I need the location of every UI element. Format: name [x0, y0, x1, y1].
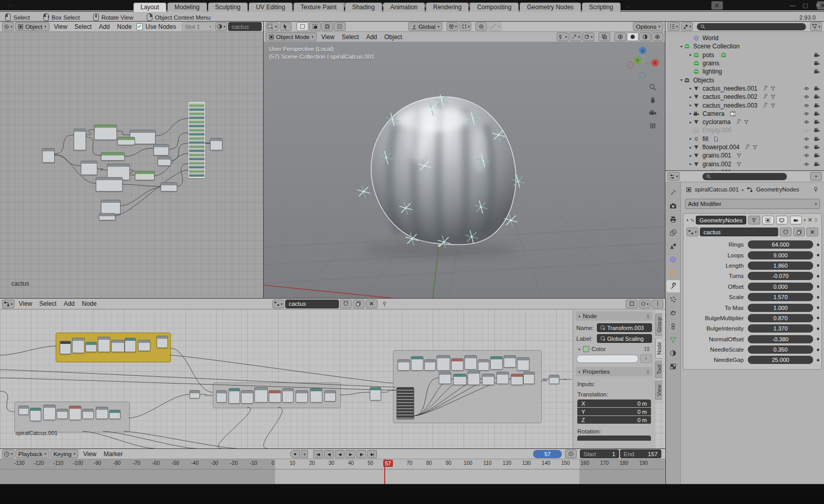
node-name-field[interactable]: Transform.003 [597, 323, 652, 332]
geo-menu-add[interactable]: Add [60, 300, 78, 307]
shader-node[interactable] [94, 125, 117, 140]
shader-node[interactable] [42, 148, 55, 163]
play-button[interactable]: ▶ [346, 450, 355, 458]
param-value-slider[interactable]: 1.000 [748, 304, 813, 312]
animate-property-dot[interactable] [817, 338, 819, 340]
eye-visible-icon[interactable] [803, 136, 810, 142]
navigation-gizmo[interactable]: Z X Y [627, 47, 659, 78]
properties-tab-render[interactable] [666, 200, 680, 212]
expand-icon[interactable]: ▸ [688, 86, 693, 91]
shader-node[interactable] [210, 138, 222, 150]
outliner-search-input[interactable] [697, 23, 806, 30]
outliner-filter-button[interactable]: ▾ [810, 22, 822, 31]
properties-editor-type-icon[interactable]: ▾ [667, 172, 680, 181]
geo-node[interactable] [468, 371, 480, 385]
disable-in-renders-icon[interactable] [814, 60, 820, 66]
shader-node[interactable] [153, 144, 169, 155]
shader-node[interactable] [81, 161, 97, 175]
jump-to-end-button[interactable]: ▶| [367, 450, 377, 458]
outliner-row-cyclorama[interactable]: ▸cyclorama [665, 118, 824, 126]
options-dropdown[interactable]: Options▾ [633, 22, 663, 31]
expand-icon[interactable]: ▸ [688, 153, 693, 158]
use-nodes-checkbox[interactable]: ✓ [136, 23, 143, 30]
keying-dropdown[interactable]: Keying▾ [50, 449, 79, 458]
geo-node[interactable] [451, 358, 464, 371]
outliner-row-flowerpot-004[interactable]: ▸flowerpot.004 [665, 143, 824, 151]
geo-node[interactable] [504, 355, 516, 368]
shading-wireframe-button[interactable] [614, 32, 626, 41]
outliner-row-empty-005[interactable]: Empty.005 [665, 126, 824, 134]
geo-overlays-dropdown[interactable]: ▾ [639, 300, 650, 308]
tree-pin-icon[interactable] [382, 301, 387, 307]
workspace-tab-layout[interactable]: Layout [133, 3, 166, 12]
copy-node-group-button[interactable] [793, 228, 805, 236]
animate-property-dot[interactable] [817, 296, 819, 299]
modifier-edit-mode-toggle[interactable] [748, 216, 760, 224]
previous-keyframe-button[interactable]: ◀| [324, 450, 334, 458]
param-value-slider[interactable]: 25.000 [748, 356, 813, 364]
properties-tab-view-layer[interactable] [666, 227, 680, 239]
outliner-row-grains[interactable]: grains [665, 59, 824, 67]
workspace-tab-sculpting[interactable]: Sculpting [208, 3, 248, 12]
window-minimize-button[interactable]: — [789, 2, 795, 8]
shader-menu-add[interactable]: Add [95, 23, 113, 30]
outliner-row-cactus-needles-001[interactable]: ▸cactus_needles.001 [665, 84, 824, 93]
disable-in-renders-icon[interactable] [814, 94, 820, 100]
shader-node-canvas[interactable] [0, 32, 264, 299]
cactus-object[interactable] [357, 94, 524, 248]
current-frame-field[interactable]: 57 [533, 450, 562, 458]
modifier-drag-handle[interactable]: ⠿ [814, 218, 818, 223]
geo-node[interactable] [109, 410, 121, 419]
modifier-render-toggle[interactable] [790, 216, 802, 224]
geo-node[interactable] [72, 338, 84, 353]
node-group-browse-button[interactable]: ▾ [686, 228, 698, 236]
workspace-tab-geometry-nodes[interactable]: Geometry Nodes [520, 3, 581, 12]
active-camera-badge-icon[interactable] [730, 111, 737, 117]
shader-node[interactable] [135, 171, 154, 180]
outliner-row-pots[interactable]: ▸pots [665, 51, 824, 59]
properties-tab-world[interactable] [666, 253, 680, 266]
properties-tab-particles[interactable] [666, 293, 680, 306]
geo-node[interactable] [397, 387, 414, 419]
modifier-realtime-toggle[interactable] [762, 216, 774, 224]
viewport-scene[interactable]: Z X Y User Perspective (Local) (57) Scen… [264, 42, 665, 299]
param-value-slider[interactable]: -0.070 [748, 272, 813, 280]
disable-in-renders-icon[interactable] [814, 68, 820, 75]
outliner-row-fill[interactable]: ▸fill [665, 135, 824, 143]
param-value-slider[interactable]: 1.370 [748, 324, 813, 333]
expand-icon[interactable]: ▸ [688, 53, 693, 57]
node-group-name-field[interactable]: cactus [700, 228, 778, 236]
outliner-row-scene-collection[interactable]: ▾Scene Collection [665, 42, 824, 50]
geo-node[interactable] [69, 406, 81, 420]
properties-tab-material[interactable] [666, 347, 680, 359]
param-value-slider[interactable]: 1.570 [748, 293, 813, 301]
geo-editor-type-icon[interactable]: ▾ [2, 300, 14, 308]
workspace-tab-compositing[interactable]: Compositing [470, 3, 519, 12]
param-value-slider[interactable]: 0.870 [748, 314, 813, 322]
expand-icon[interactable]: ▸ [688, 145, 693, 150]
disable-in-renders-icon[interactable] [814, 136, 820, 142]
shader-node[interactable] [161, 182, 177, 192]
next-keyframe-button[interactable]: |▶ [356, 450, 366, 458]
geo-node[interactable] [157, 336, 168, 348]
expand-icon[interactable]: ▾ [679, 44, 684, 49]
geo-node[interactable] [424, 359, 436, 371]
geo-node[interactable] [125, 338, 136, 352]
unlink-node-group-button[interactable]: ✕ [806, 228, 818, 236]
select-mode-circle-button[interactable] [321, 22, 333, 31]
geo-node[interactable] [30, 408, 41, 421]
expand-icon[interactable]: ▸ [688, 95, 693, 99]
expand-icon[interactable]: ▸ [688, 120, 693, 125]
disable-in-renders-icon[interactable] [814, 144, 820, 150]
modifier-expand-icon[interactable]: ▾ [686, 218, 689, 222]
transform-orientation-dropdown[interactable]: Global▾ [408, 22, 443, 31]
expand-icon[interactable]: ▾ [679, 78, 684, 82]
shader-node[interactable] [188, 102, 205, 178]
eye-visible-icon[interactable] [803, 119, 810, 125]
select-mode-lasso-button[interactable] [334, 22, 346, 31]
eye-visible-icon[interactable] [803, 111, 810, 117]
gizmos-dropdown[interactable]: ▾ [570, 32, 581, 41]
disable-in-renders-icon[interactable] [814, 85, 820, 92]
window-maximize-button[interactable]: ▢ [802, 2, 808, 9]
geo-node[interactable] [82, 409, 94, 419]
